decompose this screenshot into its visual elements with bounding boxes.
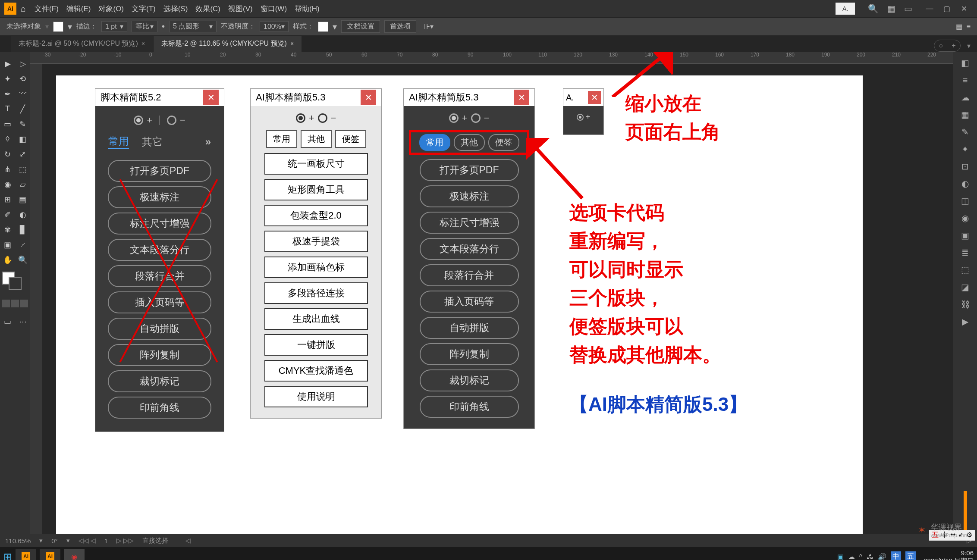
script-button[interactable]: 阵列复制 [420, 343, 519, 365]
color-mode-icon[interactable] [2, 300, 10, 307]
panel-dock-icon[interactable]: ▤ [956, 22, 962, 31]
script-button[interactable]: 矩形圆角工具 [264, 179, 368, 200]
direct-selection-tool[interactable]: ▷ [15, 56, 30, 71]
ime-icon[interactable]: 五 [905, 551, 916, 560]
radio-option[interactable] [318, 113, 327, 123]
tray-icon[interactable]: ^ [859, 553, 863, 560]
rectangle-tool[interactable]: ▭ [0, 116, 15, 131]
script-button[interactable]: 文本段落分行 [420, 238, 519, 260]
appearance-icon[interactable]: ◉ [958, 211, 972, 225]
close-button[interactable]: ✕ [588, 91, 601, 104]
brushes-icon[interactable]: ✎ [958, 125, 972, 139]
free-transform-tool[interactable]: ⬚ [15, 162, 30, 177]
edit-toolbar[interactable]: ⋯ [15, 314, 30, 329]
mesh-tool[interactable]: ⊞ [0, 192, 15, 207]
transparency-icon[interactable]: ◫ [958, 194, 972, 208]
type-tool[interactable]: T [0, 101, 15, 116]
perspective-tool[interactable]: ▱ [15, 177, 30, 192]
rotation[interactable]: 0° [51, 537, 57, 544]
radio-option[interactable] [577, 114, 584, 121]
gradient-tool[interactable]: ▤ [15, 192, 30, 207]
opacity-dropdown[interactable]: 100%▾ [260, 21, 289, 32]
close-icon[interactable]: ✕ [955, 4, 973, 13]
tray-icon[interactable]: 🖧 [867, 553, 873, 560]
menu-help[interactable]: 帮助(H) [295, 4, 320, 14]
prefs-button[interactable]: 首选项 [384, 20, 416, 33]
script-button[interactable]: 段落行合并 [420, 264, 519, 286]
menu-window[interactable]: 窗口(W) [261, 4, 287, 14]
brush-dropdown[interactable]: 5 点圆形▾ [169, 21, 217, 32]
close-button[interactable]: ✕ [361, 90, 376, 105]
taskbar-app[interactable]: ◉ [64, 549, 85, 560]
hand-tool[interactable]: ✋ [0, 252, 15, 267]
minimize-icon[interactable]: — [921, 4, 938, 13]
brush-tool[interactable]: ✎ [15, 116, 30, 131]
scale-tool[interactable]: ⤢ [15, 147, 30, 162]
menu-effect[interactable]: 效果(C) [195, 4, 220, 14]
doc-setup-button[interactable]: 文档设置 [341, 20, 380, 33]
blend-tool[interactable]: ◐ [15, 207, 30, 222]
start-button[interactable]: ⊞ [3, 551, 12, 560]
menu-select[interactable]: 选择(S) [163, 4, 188, 14]
transform-icon[interactable]: ⬚ [958, 263, 972, 277]
script-button[interactable]: 打开多页PDF [420, 159, 519, 181]
tab-other[interactable]: 其他 [301, 130, 332, 148]
stroke-icon[interactable]: ⊡ [958, 160, 972, 173]
script-button[interactable]: 文本段落分行 [108, 239, 211, 261]
menu-edit[interactable]: 编辑(E) [66, 4, 91, 14]
shaper-tool[interactable]: ◊ [0, 131, 15, 147]
chevron-right-icon[interactable]: » [205, 136, 211, 148]
script-button[interactable]: 统一画板尺寸 [264, 153, 368, 175]
style-swatch[interactable] [318, 22, 328, 32]
zoom-level[interactable]: 110.65% [5, 537, 31, 544]
script-button[interactable]: 裁切标记 [108, 370, 211, 392]
actions-icon[interactable]: ▶ [958, 315, 972, 328]
close-button[interactable]: ✕ [203, 90, 219, 105]
graphic-styles-icon[interactable]: ▣ [958, 228, 972, 242]
menu-object[interactable]: 对象(O) [98, 4, 124, 14]
script-button[interactable]: 生成出血线 [264, 308, 368, 330]
script-button[interactable]: 极速标注 [420, 185, 519, 207]
home-icon[interactable]: ⌂ [21, 4, 26, 14]
tab-common[interactable]: 常用 [266, 130, 297, 148]
properties-icon[interactable]: ◧ [958, 56, 972, 70]
maximize-icon[interactable]: ▢ [938, 4, 955, 13]
tab-notes[interactable]: 便签 [335, 130, 366, 148]
tab-other[interactable]: 其他 [454, 134, 485, 151]
color-swatches[interactable] [0, 272, 26, 293]
script-button[interactable]: 极速标注 [108, 186, 211, 208]
floating-mini-panel[interactable]: A. [836, 3, 855, 15]
symbols-icon[interactable]: ✦ [958, 142, 972, 156]
volume-icon[interactable]: 🔊 [878, 553, 886, 560]
script-button[interactable]: 插入页码等 [108, 291, 211, 313]
tab-other[interactable]: 其它 [142, 135, 163, 149]
radio-option[interactable] [134, 116, 143, 125]
align-icon[interactable]: ≣ [958, 246, 972, 260]
chevron-down-icon[interactable]: ▾ [967, 42, 971, 50]
script-button[interactable]: 打开多页PDF [108, 160, 211, 182]
artboard-nav[interactable]: ▷ ▷▷ [116, 537, 134, 544]
eyedropper-tool[interactable]: ✐ [0, 207, 15, 222]
script-button[interactable]: 段落行合并 [108, 265, 211, 287]
pathfinder-icon[interactable]: ◪ [958, 280, 972, 294]
none-mode-icon[interactable] [20, 300, 28, 307]
pen-tool[interactable]: ✒ [0, 86, 15, 101]
tab-common[interactable]: 常用 [108, 135, 129, 149]
menu-type[interactable]: 文字(T) [132, 4, 156, 14]
script-button[interactable]: 包装盒型2.0 [264, 205, 368, 226]
panel-options-icon[interactable]: ≡ [967, 23, 971, 31]
links-icon[interactable]: ⛓ [958, 297, 972, 311]
rotate-tool[interactable]: ↻ [0, 147, 15, 162]
symbol-sprayer-tool[interactable]: ✾ [0, 222, 15, 237]
lasso-tool[interactable]: ⟲ [15, 71, 30, 86]
script-button[interactable]: 多段路径连接 [264, 282, 368, 304]
shape-builder-tool[interactable]: ◉ [0, 177, 15, 192]
curvature-tool[interactable]: 〰 [15, 86, 30, 101]
slice-tool[interactable]: ⟋ [15, 237, 30, 252]
radio-option[interactable] [167, 116, 176, 125]
script-button[interactable]: 标注尺寸增强 [108, 213, 211, 235]
background-color[interactable] [9, 277, 22, 290]
artboard-tool[interactable]: ▣ [0, 237, 15, 252]
radio-option[interactable] [471, 113, 481, 123]
selection-tool[interactable]: ▶ [0, 56, 15, 71]
